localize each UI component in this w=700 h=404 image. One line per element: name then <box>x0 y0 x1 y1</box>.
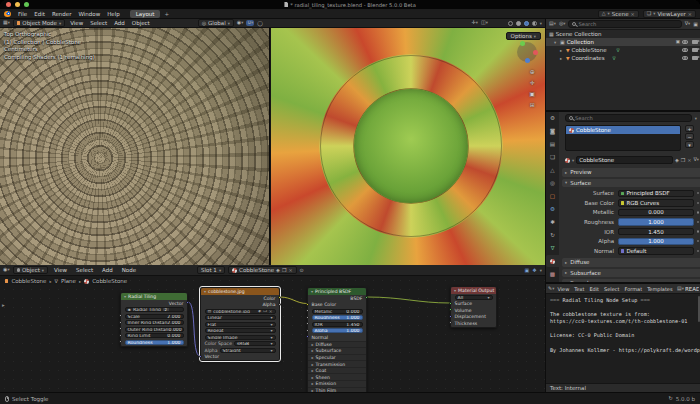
shader-input-socket[interactable] <box>449 302 452 305</box>
shading-dropdown-icon[interactable]: ▾ <box>540 21 542 26</box>
float-socket[interactable] <box>306 322 309 325</box>
decorator-dot[interactable] <box>697 202 699 204</box>
shader-input-socket[interactable] <box>449 308 452 311</box>
vector-input-socket[interactable] <box>449 315 452 318</box>
material-slot-selected[interactable]: CobbleStone <box>566 126 680 134</box>
outliner-search-input[interactable] <box>578 21 677 27</box>
outliner-row-collection[interactable]: ▾ ▣ Collection ▣ <box>546 38 700 46</box>
section-subsurface[interactable]: ▸Subsurface <box>308 347 366 354</box>
new-collection-icon[interactable]: ▣ <box>693 22 698 27</box>
float-socket[interactable] <box>306 316 309 319</box>
float-socket[interactable] <box>119 340 122 343</box>
vp-menu-object[interactable]: Object <box>130 20 152 26</box>
node-header[interactable]: ▾ Radial Tiling <box>121 293 187 300</box>
shading-wireframe-icon[interactable] <box>508 21 513 26</box>
roughness-slider[interactable]: 1.000 <box>618 218 694 225</box>
axis-y-handle[interactable] <box>520 41 525 46</box>
scene-selector[interactable]: △ ▾ Scene × <box>598 10 639 18</box>
node-material-output[interactable]: ▾ Material Output All▾ Surface Volume Di… <box>450 286 497 328</box>
section-emission[interactable]: ▸Emission <box>308 380 366 387</box>
axis-x-handle[interactable] <box>533 50 538 55</box>
panel-subsurface[interactable]: ▸ Subsurface <box>562 269 700 278</box>
sidebar-toggle-icon[interactable]: ▸ <box>2 302 5 308</box>
metallic-slider[interactable]: 0.000 <box>618 209 694 216</box>
normal-menu[interactable]: Default <box>618 247 694 254</box>
duplicate-icon[interactable]: ❐ <box>263 309 267 313</box>
outliner-row-coordinates[interactable]: ▸ ▼ Coordinates ∇ <box>546 54 700 62</box>
section-sheen[interactable]: ▸Sheen <box>308 373 366 380</box>
snap-magnet-icon[interactable]: ∪▾ <box>246 20 254 25</box>
viewport-3d-right[interactable]: Options ▾ ⊕ ✛ ▣ ⊞ <box>271 28 545 265</box>
alpha-output-socket[interactable] <box>278 303 281 306</box>
collapse-icon[interactable]: ▾ <box>204 289 206 294</box>
blender-logo-icon[interactable] <box>4 11 11 17</box>
ne-menu-view[interactable]: View <box>51 267 70 273</box>
collapse-icon[interactable]: ▾ <box>311 289 313 294</box>
material-name-field[interactable]: CobbleStone <box>576 156 673 164</box>
add-slot-button[interactable]: + <box>685 125 694 132</box>
tab-modifiers[interactable]: ⚙ <box>546 203 559 215</box>
tab-render[interactable]: ◙ <box>546 125 559 137</box>
viewport-3d-left[interactable]: Top Orthographic (1) Collection | Cobble… <box>0 28 270 265</box>
disable-render-icon[interactable] <box>692 56 698 60</box>
node-canvas[interactable]: ▸ CobbleStone ▸ ∇ Plane ▸ CobbleStone ▾ … <box>0 276 545 392</box>
tab-scene[interactable]: △ <box>546 164 559 176</box>
ne-menu-add[interactable]: Add <box>99 267 116 273</box>
decorator-dot[interactable] <box>697 250 699 252</box>
fake-user-icon[interactable]: ◈ <box>276 268 280 273</box>
tab-material[interactable] <box>546 255 559 267</box>
collapse-icon[interactable]: ▾ <box>454 288 456 293</box>
base-color-menu[interactable]: RGB Curves <box>618 199 694 206</box>
shading-rendered-icon[interactable] <box>532 21 537 26</box>
users-count-badge[interactable]: 2 <box>163 307 169 312</box>
close-button[interactable] <box>6 2 11 7</box>
text-datablock-icon[interactable]: ▤▾ <box>677 286 684 291</box>
specials-icon[interactable]: ∇▾ <box>693 157 699 162</box>
section-thin-film[interactable]: ▸Thin Film <box>308 387 366 392</box>
overlay-toggle-icon[interactable]: ❖ <box>532 268 536 273</box>
new-material-icon[interactable]: ❐ <box>681 158 685 163</box>
menu-render[interactable]: Render <box>49 11 75 17</box>
te-menu-format[interactable]: Format <box>623 286 645 292</box>
options-dropdown[interactable]: Options ▾ <box>506 32 541 40</box>
updates-icon[interactable]: ↻ <box>669 396 673 401</box>
menu-file[interactable]: File <box>15 11 30 17</box>
mode-selector[interactable]: Object Mode ▾ <box>13 19 65 27</box>
transform-orientation-selector[interactable]: ◎ Global ▾ <box>198 19 234 27</box>
exclude-checkbox-icon[interactable]: ▣ <box>676 40 680 45</box>
minimize-button[interactable] <box>15 2 20 7</box>
show-overlays-icon[interactable]: ◫▾ <box>481 20 488 25</box>
unlink-icon[interactable]: × <box>687 157 691 163</box>
ne-menu-select[interactable]: Select <box>73 267 96 273</box>
panel-preview[interactable]: ▸ Preview <box>562 168 700 177</box>
node-radial-tiling[interactable]: ▾ Radial Tiling Vector ◉ Radial Tiling 2 <box>120 292 188 347</box>
camera-view-icon[interactable]: ▣ <box>529 90 535 97</box>
axis-z-handle[interactable] <box>525 58 530 63</box>
decorator-dot[interactable] <box>697 240 699 242</box>
toggle-ortho-icon[interactable]: ⊞ <box>529 101 535 108</box>
show-gizmo-icon[interactable]: ✛▾ <box>472 20 478 25</box>
tab-particles[interactable]: ✱ <box>546 216 559 228</box>
filter-dropdown-icon[interactable]: ▾ <box>695 116 697 121</box>
color-input-socket[interactable] <box>306 303 309 306</box>
material-slot-selector[interactable]: Slot 1 ▾ <box>197 266 225 274</box>
panel-surface[interactable]: ▾ Surface <box>562 179 700 188</box>
pin-icon[interactable]: ⊙ <box>300 268 304 273</box>
tab-view-layer[interactable]: ❏ <box>546 151 559 163</box>
te-menu-view[interactable]: View <box>555 286 571 292</box>
properties-search-input[interactable] <box>575 115 688 121</box>
vector-input-socket[interactable] <box>306 335 309 338</box>
decorator-dot[interactable] <box>697 192 699 194</box>
outliner-search[interactable] <box>568 20 681 28</box>
disable-render-icon[interactable] <box>692 40 698 44</box>
editor-type-icon[interactable]: ▦▾ <box>3 20 10 25</box>
te-menu-templates[interactable]: Templates <box>645 286 674 292</box>
section-specular[interactable]: ▸Specular <box>308 354 366 361</box>
float-input-socket[interactable] <box>449 321 452 324</box>
float-socket[interactable] <box>306 329 309 332</box>
snap-toggle-icon[interactable]: ▣ <box>525 268 530 273</box>
outliner-editor-icon[interactable]: ▤▾ <box>549 21 556 26</box>
zoom-icon[interactable]: ⊕ <box>529 68 535 75</box>
fake-user-icon[interactable]: ◈ <box>675 158 679 163</box>
menu-help[interactable]: Help <box>104 11 123 17</box>
